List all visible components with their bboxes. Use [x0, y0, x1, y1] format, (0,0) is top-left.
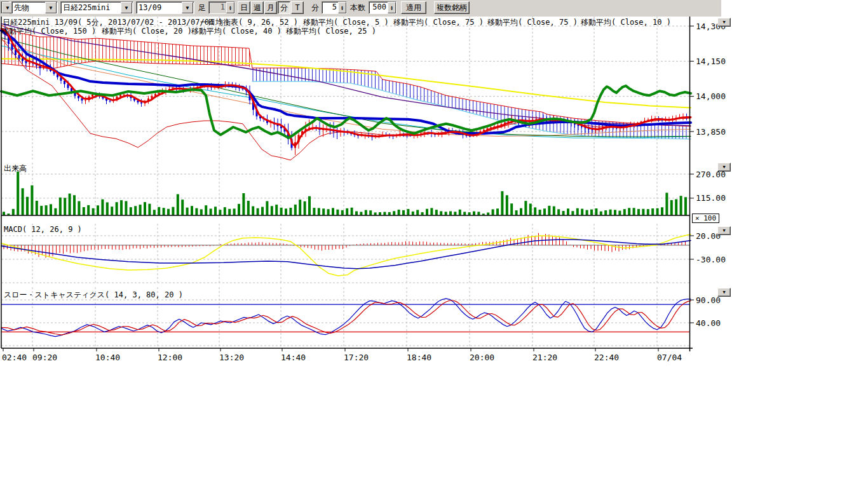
multi-symbol-button[interactable]: 複数銘柄: [434, 1, 470, 14]
symbol-select-value: 日経225mini: [61, 3, 120, 13]
y-axis-tick-label: 14,150: [696, 57, 726, 66]
time-axis-label: 20:00: [470, 353, 494, 362]
time-axis-label: 14:40: [281, 353, 306, 362]
time-axis-label: 02:40: [2, 353, 27, 362]
time-axis-label: 21:20: [532, 353, 557, 362]
chart-svg: 14,30014,15014,00013,850270.00115.0020.0…: [0, 0, 868, 488]
time-axis-label: 22:40: [594, 353, 619, 362]
weekly-button[interactable]: 週: [251, 1, 264, 14]
stoch-pane-menu-button[interactable]: ▼: [717, 288, 731, 297]
minute-spinner[interactable]: 5 ▲▼: [322, 1, 347, 14]
category-select[interactable]: 先物 ▼: [11, 1, 58, 14]
moving-average-lines: [1, 24, 691, 160]
spinner-arrows-icon[interactable]: ▲▼: [388, 2, 396, 13]
contract-month-value: 13/09: [137, 3, 181, 13]
category-select-value: 先物: [12, 3, 44, 13]
chevron-down-icon: ▼: [182, 2, 193, 13]
bar-count-label: 本数: [350, 1, 365, 14]
chart-application: 14,30014,15014,00013,850270.00115.0020.0…: [0, 0, 868, 488]
time-axis-label: 07/04: [657, 353, 682, 362]
y-axis-tick-label: 40.00: [696, 318, 721, 328]
contract-month-select[interactable]: 13/09 ▼: [136, 1, 194, 14]
y-axis-tick-label: 13,850: [696, 127, 726, 137]
macd-pane-menu-button[interactable]: ▼: [717, 226, 731, 235]
time-axis-label: 12:00: [158, 353, 182, 362]
mini-dropdown[interactable]: ▼: [1, 1, 10, 14]
bar-count-value: 500: [369, 2, 388, 13]
chevron-down-icon: ▼: [121, 2, 132, 13]
time-axis-label: 18:40: [407, 353, 431, 362]
apply-button[interactable]: 適用: [401, 1, 426, 14]
volume-multiplier-badge: × 100: [692, 214, 719, 223]
y-axis-tick-label: 115.00: [696, 193, 726, 203]
monthly-button[interactable]: 月: [264, 1, 277, 14]
bar-interval-value: 1: [209, 2, 226, 13]
minute-label: 分: [311, 1, 319, 14]
time-axis-label: 17:20: [344, 353, 369, 362]
daily-button[interactable]: 日: [238, 1, 250, 14]
y-axis-tick-label: -30.00: [696, 255, 726, 264]
bar-count-spinner[interactable]: 500 ▲▼: [369, 1, 397, 14]
symbol-select[interactable]: 日経225mini ▼: [60, 1, 133, 14]
y-axis-tick-label: 14,000: [696, 92, 726, 101]
macd-pane: [1, 233, 691, 276]
stochastics-pane: [1, 299, 691, 337]
volume-bars: [1, 172, 689, 215]
bar-interval-spinner[interactable]: 1 ▲▼: [208, 1, 235, 14]
time-axis-label: 13:20: [219, 353, 244, 362]
gridlines: [1, 17, 689, 348]
spinner-arrows-icon[interactable]: ▲▼: [226, 2, 234, 13]
spinner-arrows-icon[interactable]: ▲▼: [338, 2, 346, 13]
volume-pane-menu-button[interactable]: ▼: [717, 163, 731, 172]
toolbar: ▼ 先物 ▼ 日経225mini ▼ 13/09 ▼ 足 1 ▲▼ 日 週 月 …: [0, 0, 721, 17]
time-axis-label: 10:40: [95, 353, 120, 362]
chevron-down-icon: ▼: [45, 2, 57, 13]
bar-type-label: 足: [198, 1, 206, 14]
axes: [1, 17, 693, 351]
minute-value: 5: [322, 2, 338, 13]
chart-plot-area[interactable]: 14,30014,15014,00013,850270.00115.0020.0…: [0, 0, 868, 488]
tick-button[interactable]: T: [291, 1, 304, 14]
minute-button[interactable]: 分: [278, 1, 290, 14]
main-pane-menu-button[interactable]: ▼: [717, 18, 731, 27]
time-axis-label: 09:20: [32, 353, 57, 362]
